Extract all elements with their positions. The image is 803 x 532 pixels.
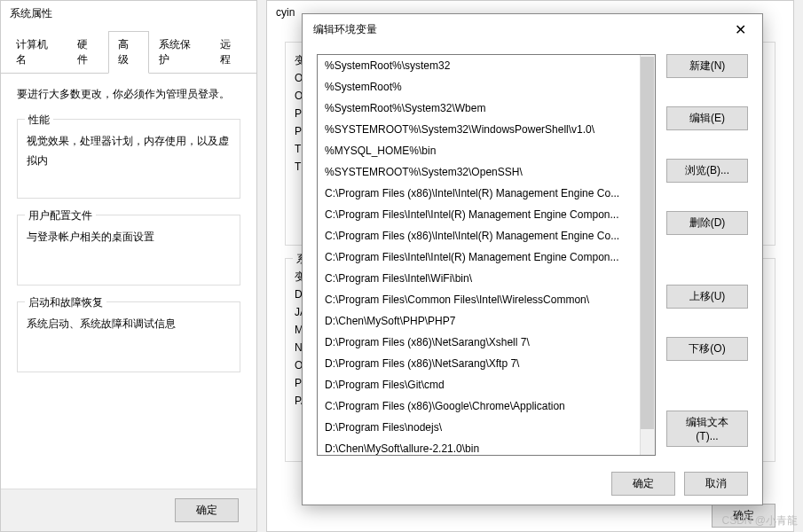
edit-text-button[interactable]: 编辑文本(T)...	[666, 411, 748, 447]
browse-button[interactable]: 浏览(B)...	[666, 159, 748, 183]
startup-recovery-desc: 系统启动、系统故障和调试信息	[27, 315, 231, 334]
tab-hardware[interactable]: 硬件	[67, 31, 108, 74]
startup-recovery-group: 启动和故障恢复 系统启动、系统故障和调试信息	[17, 301, 240, 372]
scrollbar[interactable]	[640, 55, 655, 455]
list-item[interactable]: %SYSTEMROOT%\System32\WindowsPowerShell\…	[318, 119, 655, 140]
list-item[interactable]: D:\Program Files\Git\cmd	[318, 374, 655, 395]
dialog-title: 编辑环境变量	[313, 22, 377, 37]
dialog-footer: 确定 取消	[611, 472, 748, 496]
list-item[interactable]: %SystemRoot%\system32	[318, 55, 655, 76]
ok-button[interactable]: 确定	[611, 472, 675, 496]
button-column: 新建(N) 编辑(E) 浏览(B)... 删除(D) 上移(U) 下移(O) 编…	[666, 54, 748, 456]
titlebar: 编辑环境变量 ✕	[303, 14, 762, 45]
list-item[interactable]: %SystemRoot%	[318, 76, 655, 98]
dialog-title: 系统属性	[1, 1, 256, 27]
close-icon[interactable]: ✕	[729, 21, 752, 38]
user-profile-desc: 与登录帐户相关的桌面设置	[27, 228, 231, 247]
scrollbar-thumb[interactable]	[641, 57, 654, 429]
edit-button[interactable]: 编辑(E)	[666, 106, 748, 130]
list-item[interactable]: %SystemRoot%\System32\Wbem	[318, 98, 655, 119]
move-down-button[interactable]: 下移(O)	[666, 337, 748, 361]
ok-button[interactable]: 确定	[175, 498, 239, 522]
tab-system-protection[interactable]: 系统保护	[149, 31, 210, 74]
list-item[interactable]: %MYSQL_HOME%\bin	[318, 140, 655, 161]
performance-group: 性能 视觉效果，处理器计划，内存使用，以及虚拟内	[17, 119, 240, 199]
tab-computer-name[interactable]: 计算机名	[6, 31, 67, 74]
startup-recovery-label: 启动和故障恢复	[25, 295, 106, 310]
admin-note: 要进行大多数更改，你必须作为管理员登录。	[17, 86, 240, 103]
dialog-body: 要进行大多数更改，你必须作为管理员登录。 性能 视觉效果，处理器计划，内存使用，…	[1, 74, 256, 401]
list-item[interactable]: C:\Program Files\Intel\Intel(R) Manageme…	[318, 246, 655, 268]
tab-advanced[interactable]: 高级	[108, 31, 149, 74]
cancel-button[interactable]: 取消	[684, 472, 748, 496]
list-item[interactable]: C:\Program Files\Intel\Intel(R) Manageme…	[318, 204, 655, 225]
path-list[interactable]: %SystemRoot%\system32%SystemRoot%%System…	[317, 54, 656, 456]
list-item[interactable]: D:\Chen\MySoft\allure-2.21.0\bin	[318, 438, 655, 455]
edit-env-var-dialog: 编辑环境变量 ✕ %SystemRoot%\system32%SystemRoo…	[302, 13, 763, 505]
list-item[interactable]: C:\Program Files (x86)\Intel\Intel(R) Ma…	[318, 183, 655, 204]
list-item[interactable]: C:\Program Files (x86)\Intel\Intel(R) Ma…	[318, 225, 655, 246]
list-item[interactable]: D:\Chen\MySoft\PHP\PHP7	[318, 310, 655, 332]
system-properties-dialog: 系统属性 计算机名 硬件 高级 系统保护 远程 要进行大多数更改，你必须作为管理…	[0, 0, 257, 532]
performance-desc: 视觉效果，处理器计划，内存使用，以及虚拟内	[27, 132, 231, 170]
list-item[interactable]: C:\Program Files (x86)\Google\Chrome\App…	[318, 395, 655, 417]
tab-strip: 计算机名 硬件 高级 系统保护 远程	[1, 30, 256, 74]
delete-button[interactable]: 删除(D)	[666, 211, 748, 235]
list-item[interactable]: %SYSTEMROOT%\System32\OpenSSH\	[318, 161, 655, 183]
user-profile-label: 用户配置文件	[25, 208, 96, 223]
list-item[interactable]: D:\Program Files (x86)\NetSarang\Xshell …	[318, 332, 655, 353]
watermark: CSDN @小青龍	[721, 513, 798, 528]
tab-remote[interactable]: 远程	[210, 31, 251, 74]
list-item[interactable]: D:\Program Files (x86)\NetSarang\Xftp 7\	[318, 353, 655, 374]
performance-label: 性能	[25, 113, 53, 128]
list-item[interactable]: C:\Program Files\Intel\WiFi\bin\	[318, 268, 655, 289]
dialog-footer: 确定	[1, 489, 256, 531]
list-item[interactable]: D:\Program Files\nodejs\	[318, 417, 655, 438]
new-button[interactable]: 新建(N)	[666, 54, 748, 78]
list-item[interactable]: C:\Program Files\Common Files\Intel\Wire…	[318, 289, 655, 310]
move-up-button[interactable]: 上移(U)	[666, 285, 748, 309]
user-profile-group: 用户配置文件 与登录帐户相关的桌面设置	[17, 215, 240, 286]
